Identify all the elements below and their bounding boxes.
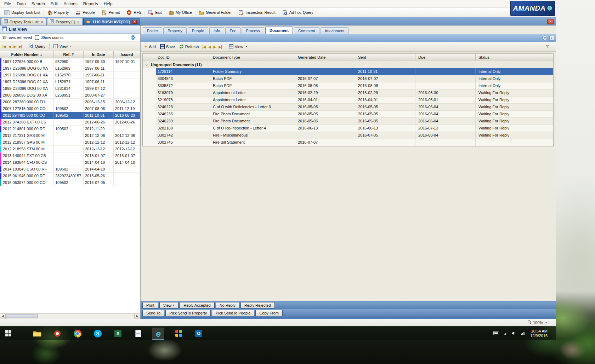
scroll-right-icon[interactable]: ▶ (134, 314, 140, 319)
copy-from-button[interactable]: Copy From (255, 310, 282, 316)
taskbar-icon-app-grid[interactable] (172, 328, 185, 340)
menu-item[interactable]: Data (14, 1, 28, 7)
start-button[interactable] (0, 327, 16, 341)
scroll-left-icon[interactable]: ◀ (0, 314, 6, 319)
prev-record-icon[interactable]: ◀ (207, 44, 212, 50)
close-tab-icon[interactable]: × (132, 20, 137, 24)
refresh-button[interactable]: Refresh (177, 44, 201, 50)
send-to-button[interactable]: Send To (142, 310, 164, 316)
taskbar-icon-file-explorer[interactable] (31, 328, 43, 340)
column-header-status[interactable]: Status (476, 54, 553, 61)
detail-tab[interactable]: Folder (143, 27, 162, 34)
document-group-row[interactable]: ▽ Ungrouped Documents (11) (143, 61, 553, 68)
toolbar-button-property[interactable]: Property (44, 9, 73, 16)
close-tab-icon[interactable]: × (41, 20, 43, 24)
collapse-group-icon[interactable]: ▽ (145, 63, 148, 67)
scrollbar-thumb[interactable] (6, 314, 38, 318)
folder-row[interactable]: 2013 140944 EXT 00 CS 2013-01-07 2013-01… (0, 152, 140, 159)
document-row[interactable]: 3282189 C of O Re-Inspection - Letter 4 … (143, 125, 553, 132)
menu-item[interactable]: Reports (80, 1, 101, 7)
detail-tab[interactable]: People (188, 27, 208, 34)
column-header-sent[interactable]: Sent (355, 54, 415, 61)
document-row[interactable]: 3193079 Appointment Letter 2016-02-29 20… (143, 89, 553, 97)
view-button[interactable]: View ▼ (52, 43, 74, 50)
toolbar-button-rfs[interactable]: RFS (123, 9, 145, 16)
print-button[interactable]: Print (142, 302, 158, 308)
detail-tab[interactable]: Document (265, 27, 293, 34)
column-header-issued[interactable]: Issued (114, 51, 140, 58)
keyboard-icon[interactable] (493, 331, 499, 336)
document-row[interactable]: 3302742 Fire - Miscellaneous 2016-07-05 … (143, 132, 553, 139)
help-button[interactable]: ? (546, 44, 549, 49)
next-record-icon[interactable]: ▶ (212, 44, 217, 50)
toolbar-button-inspection-result[interactable]: Inspection Result (235, 9, 279, 16)
tab-display-task-list[interactable]: Display Task List × (1, 18, 46, 25)
document-row[interactable]: 3246235 Fire Photo Document 2016-05-05 2… (143, 111, 553, 118)
chevron-up-icon[interactable]: ▲ (504, 332, 507, 335)
column-header-due[interactable]: Due (415, 54, 476, 61)
document-row[interactable]: 3246223 C of O with Deficiencies - Lette… (143, 104, 553, 111)
scrollbar-track[interactable] (6, 314, 134, 319)
folder-row[interactable]: 2016 053974 000 00 CO 109502 2016-07-05 (0, 179, 140, 186)
taskbar-icon-chrome[interactable] (72, 328, 84, 340)
folder-row[interactable]: 2012 218958 STM 00 M 2012-12-12 2012-12-… (0, 146, 140, 152)
toolbar-button-adhoc-query[interactable]: Ad-hoc Query (279, 9, 317, 16)
taskbar-icon-outlook[interactable]: O (193, 328, 205, 340)
network-icon[interactable] (521, 331, 526, 336)
column-header-doc-id[interactable]: Doc ID (143, 54, 210, 61)
tab-1110-bush-ave[interactable]: 1110 BUSH AVE[CO] × (83, 18, 140, 25)
folder-row[interactable]: 2000 026096 DOG 00 XA L258951 2000-07-27 (0, 92, 140, 99)
document-row[interactable]: 1729114 Folder Summary 2011-10-31 Intern… (143, 68, 553, 75)
refresh-list-icon[interactable] (131, 35, 136, 40)
toolbar-button-permit[interactable]: Permit (98, 9, 124, 16)
tab-property[interactable]: Property [ ] × (47, 18, 82, 25)
prev-record-icon[interactable]: ◀ (7, 44, 12, 49)
column-header-document-type[interactable]: Document Type (210, 54, 295, 61)
next-record-icon[interactable]: ▶ (12, 44, 17, 49)
folder-row[interactable]: 1999 D26096 DOG 00 XA L231814 1999-07-12 (0, 85, 140, 92)
detail-tab[interactable]: Info (209, 27, 224, 34)
volume-icon[interactable] (511, 331, 516, 336)
taskbar-icon-document[interactable] (132, 328, 144, 340)
last-record-icon[interactable]: ▶| (217, 44, 223, 50)
pick-sendto-people-button[interactable]: Pick SendTo People (212, 310, 254, 316)
toolbar-button-people[interactable]: People (72, 9, 98, 16)
taskbar-icon-pinned-app[interactable] (51, 328, 63, 340)
detail-tab[interactable]: Fee (225, 27, 240, 34)
taskbar-icon-excel[interactable]: X (112, 328, 124, 340)
folder-row[interactable]: 2006 287380 000 00 TH 2006-12-15 2006-12… (0, 99, 140, 105)
folder-row[interactable]: 2015 061946 000 00 RE 282922430157 2015-… (0, 173, 140, 179)
folder-row[interactable]: 2012 074360 EXT 00 CS 2012-06-26 2012-06… (0, 119, 140, 126)
first-record-icon[interactable]: |◀ (1, 44, 7, 49)
pick-sendto-property-button[interactable]: Pick SendTo Property (165, 310, 211, 316)
document-row[interactable]: 3246239 Fire Photo Document 2016-05-05 2… (143, 118, 553, 125)
view-dropdown-button[interactable]: View▼ (159, 302, 179, 308)
folder-row[interactable]: 1997 D26096 DOG 00 XA L152969 1997-06-11 (0, 65, 140, 72)
folder-row[interactable]: 2014 193845 CSO 00 RF 109502 2014-04-10 (0, 166, 140, 173)
menu-item[interactable]: Help (101, 1, 115, 7)
folder-row[interactable]: 2007 127815 000 00 CO 109502 2007-08-06 … (0, 105, 140, 112)
folder-row[interactable]: 2011 294483 000 00 CO 109502 2011-10-31 … (0, 112, 140, 119)
folder-row[interactable]: 2014 193844 CFO 00 CS 2014-04-10 2014-04… (0, 159, 140, 166)
first-record-icon[interactable]: |◀ (201, 44, 206, 50)
save-button[interactable]: Save (158, 44, 177, 50)
reply-accepted-button[interactable]: Reply Accepted (180, 302, 214, 308)
menu-item[interactable]: Edit (48, 1, 61, 7)
folder-row[interactable]: 1997 127626 000 00 B 982960 1997-09-30 1… (0, 58, 140, 65)
chevron-down-icon[interactable]: ▼ (545, 322, 547, 324)
toolbar-button-my-office[interactable]: My Office (165, 9, 196, 16)
folder-row[interactable]: 1997 D26096 DOG 02 XA L152971 1997-06-11 (0, 79, 140, 85)
column-header-in-date[interactable]: In Date (84, 51, 114, 58)
detail-tab[interactable]: Comment (294, 27, 319, 34)
document-row[interactable]: 3219078 Appointment Letter 2016-04-01 20… (143, 97, 553, 104)
folder-row[interactable]: 2012 218957 GAS 00 M 2012-12-12 2012-12-… (0, 139, 140, 146)
horizontal-scrollbar[interactable]: ◀ ▶ (0, 313, 140, 319)
column-header-ref[interactable]: Ref. # (54, 51, 84, 58)
detail-tab[interactable]: Process (242, 27, 264, 34)
menu-item[interactable]: Actions (61, 1, 80, 7)
chevron-down-icon[interactable]: ▼ (245, 46, 247, 48)
close-tab-icon[interactable]: × (77, 20, 79, 24)
reply-rejected-button[interactable]: Reply Rejected (240, 302, 275, 308)
folder-row[interactable]: 2012 214801 000 00 RF 109502 2012-11-29 (0, 126, 140, 132)
export-icon[interactable] (542, 35, 547, 41)
